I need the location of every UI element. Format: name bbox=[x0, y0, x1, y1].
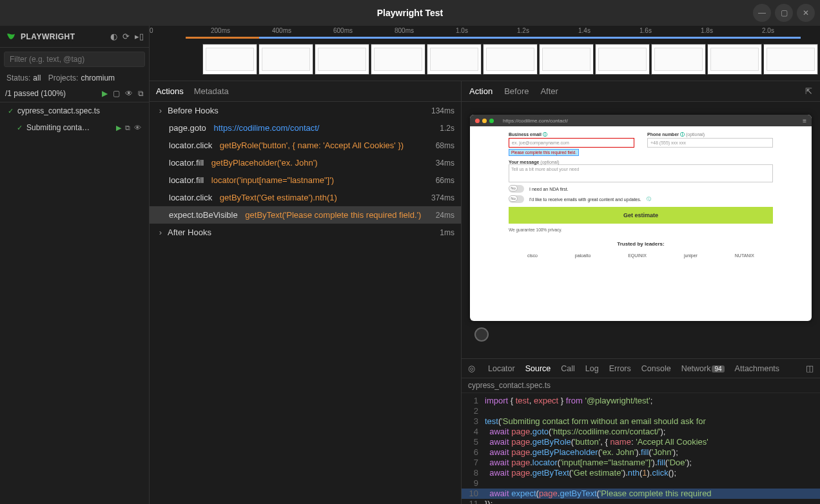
traffic-red-icon bbox=[475, 119, 480, 123]
code-line: 3test('Submiting contact form without an… bbox=[462, 416, 820, 427]
timeline-thumbnail[interactable] bbox=[595, 44, 650, 75]
reload-icon[interactable]: ⟳ bbox=[122, 32, 130, 41]
timeline-thumbnail[interactable] bbox=[259, 44, 313, 75]
action-row[interactable]: locator.click getByRole('button', { name… bbox=[150, 137, 461, 154]
window-title: Playwright Test bbox=[377, 8, 443, 18]
collapse-icon[interactable]: ⧉ bbox=[138, 89, 144, 98]
chevron-right-icon[interactable]: › bbox=[156, 106, 165, 115]
tab-console[interactable]: Console bbox=[641, 364, 671, 373]
tab-network[interactable]: Network94 bbox=[681, 364, 725, 373]
timeline-thumbnail[interactable] bbox=[763, 44, 818, 75]
phone-label: Phone number ⓘ (optional) bbox=[647, 131, 773, 138]
minimize-button[interactable]: — bbox=[753, 4, 771, 22]
tab-metadata[interactable]: Metadata bbox=[194, 86, 229, 96]
open-file-icon[interactable]: ⧉ bbox=[125, 124, 130, 132]
emails-toggle: No bbox=[509, 195, 524, 203]
tab-errors[interactable]: Errors bbox=[609, 364, 631, 373]
timeline-progress-bar bbox=[186, 37, 801, 39]
actions-list: ›Before Hooks134mspage.goto https://codi… bbox=[150, 102, 461, 504]
timeline-tick: 1.6s bbox=[639, 27, 652, 34]
play-all-icon[interactable]: ▶ bbox=[102, 89, 108, 98]
timeline-tick: 2.0s bbox=[762, 27, 774, 34]
timeline[interactable]: 0200ms400ms600ms800ms1.0s1.2s1.4s1.6s1.8… bbox=[150, 26, 820, 81]
browser-preview: https://codilime.com/contact/ ≡ Business… bbox=[470, 115, 812, 321]
action-row[interactable]: expect.toBeVisible getByText('Please com… bbox=[150, 206, 461, 224]
playwright-logo-icon bbox=[5, 31, 17, 43]
guarantee-text: We guarantee 100% privacy. bbox=[509, 228, 773, 232]
message-label: Your message (optional) bbox=[509, 160, 773, 164]
timeline-thumbnail[interactable] bbox=[371, 44, 425, 75]
hook-row[interactable]: ›Before Hooks134ms bbox=[150, 102, 461, 119]
code-line: 1import { test, expect } from '@playwrig… bbox=[462, 396, 820, 406]
timeline-tick: 1.0s bbox=[456, 27, 468, 34]
terminal-icon[interactable]: ▸▯ bbox=[135, 32, 144, 41]
tab-call[interactable]: Call bbox=[561, 364, 575, 373]
hook-row[interactable]: ›After Hooks1ms bbox=[150, 224, 461, 241]
tab-source[interactable]: Source bbox=[525, 364, 551, 373]
timeline-thumbnail[interactable] bbox=[315, 44, 369, 75]
action-row[interactable]: locator.fill getByPlaceholder('ex. John'… bbox=[150, 154, 461, 171]
test-case-item[interactable]: ✓ Submiting conta… ▶ ⧉ 👁 bbox=[0, 119, 149, 136]
chevron-right-icon[interactable]: › bbox=[156, 228, 165, 237]
timeline-thumbnail[interactable] bbox=[427, 44, 482, 75]
watch-icon[interactable]: 👁 bbox=[125, 89, 133, 98]
timeline-thumbnail[interactable] bbox=[483, 44, 538, 75]
check-icon: ✓ bbox=[17, 124, 23, 132]
partner-logo: EQUINIX bbox=[628, 253, 647, 258]
maximize-button[interactable]: ▢ bbox=[775, 4, 793, 22]
email-input: ex. joe@companyname.com bbox=[509, 138, 634, 148]
timeline-tick: 1.4s bbox=[578, 27, 591, 34]
get-estimate-button: Get estimate bbox=[509, 207, 773, 224]
check-icon: ✓ bbox=[8, 107, 14, 115]
timeline-tick: 600ms bbox=[333, 27, 353, 34]
nda-toggle: No bbox=[509, 185, 524, 193]
email-label: Business email ⓘ bbox=[509, 131, 634, 138]
theme-toggle-icon[interactable]: ◐ bbox=[110, 32, 117, 41]
code-line: 7 await page.locator('input[name="lastna… bbox=[462, 458, 820, 468]
tab-log[interactable]: Log bbox=[585, 364, 599, 373]
partner-logo: juniper bbox=[684, 253, 698, 258]
close-button[interactable]: ✕ bbox=[797, 4, 815, 22]
timeline-thumbnail[interactable] bbox=[651, 44, 706, 75]
tab-locator[interactable]: Locator bbox=[488, 364, 515, 373]
source-filename: cypress_contact.spec.ts bbox=[462, 378, 820, 393]
partner-logo: cisco bbox=[527, 253, 538, 258]
timeline-tick: 800ms bbox=[395, 27, 414, 34]
accessibility-icon bbox=[474, 327, 489, 342]
timeline-tick: 1.2s bbox=[517, 27, 529, 34]
code-line: 6 await page.getByPlaceholder('ex. John'… bbox=[462, 447, 820, 458]
split-view-icon[interactable]: ◫ bbox=[806, 363, 814, 373]
timeline-thumbnail[interactable] bbox=[539, 44, 594, 75]
play-test-icon[interactable]: ▶ bbox=[116, 124, 121, 132]
code-line: 5 await page.getByRole('button', { name:… bbox=[462, 437, 820, 447]
tab-actions[interactable]: Actions bbox=[156, 86, 184, 96]
tab-action[interactable]: Action bbox=[469, 86, 493, 96]
status-row: Status:all Projects:chromium bbox=[0, 71, 149, 85]
partner-logo: paloalto bbox=[575, 253, 591, 258]
action-row[interactable]: locator.fill locator('input[name="lastna… bbox=[150, 171, 461, 189]
popout-icon[interactable]: ⇱ bbox=[805, 86, 812, 96]
tab-before[interactable]: Before bbox=[504, 86, 529, 96]
code-line: 10 await expect(page.getByText('Please c… bbox=[462, 489, 820, 499]
timeline-thumbnail[interactable] bbox=[202, 44, 257, 75]
timeline-thumbnail[interactable] bbox=[707, 44, 762, 75]
sidebar: PLAYWRIGHT ◐ ⟳ ▸▯ Status:all Projects:ch… bbox=[0, 26, 150, 504]
filter-input[interactable] bbox=[4, 52, 145, 67]
sidebar-title: PLAYWRIGHT bbox=[21, 32, 75, 41]
tab-attachments[interactable]: Attachments bbox=[735, 364, 779, 373]
stop-icon[interactable]: ▢ bbox=[113, 89, 120, 98]
source-code: 1import { test, expect } from '@playwrig… bbox=[462, 393, 820, 504]
watch-test-icon[interactable]: 👁 bbox=[134, 124, 141, 132]
action-row[interactable]: locator.click getByText('Get estimate').… bbox=[150, 189, 461, 206]
message-textarea: Tell us a bit more about your need bbox=[509, 164, 773, 182]
test-file-item[interactable]: ✓ cypress_contact.spec.ts bbox=[0, 102, 149, 119]
partner-logo: NUTANIX bbox=[735, 253, 754, 258]
pass-summary: /1 passed (100%) bbox=[5, 89, 66, 98]
phone-input: +48 (555) xxx xxx bbox=[647, 138, 773, 148]
action-row[interactable]: page.goto https://codilime.com/contact/1… bbox=[150, 119, 461, 137]
error-message: Please complete this required field. bbox=[509, 149, 579, 156]
timeline-tick: 400ms bbox=[272, 27, 291, 34]
target-icon[interactable]: ◎ bbox=[468, 363, 475, 373]
timeline-tick: 1.8s bbox=[701, 27, 713, 34]
tab-after[interactable]: After bbox=[540, 86, 558, 96]
